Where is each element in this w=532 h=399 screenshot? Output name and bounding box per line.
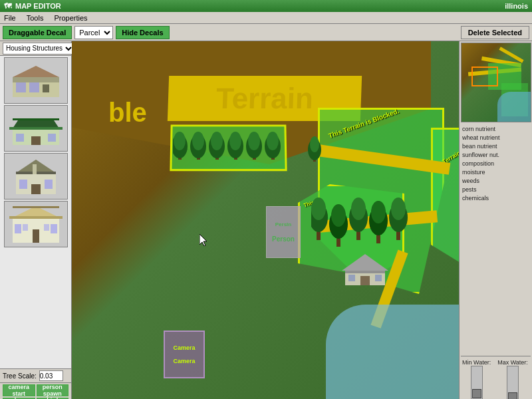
titlebar-title: MAP EDITOR (15, 2, 61, 10)
person-spawn-label-main: Person (272, 235, 295, 243)
svg-point-52 (311, 198, 326, 220)
structure-item-ranch-house[interactable] (4, 105, 68, 152)
max-water-slider[interactable] (507, 366, 519, 399)
svg-rect-53 (336, 237, 340, 247)
structure-list (0, 56, 71, 368)
menu-properties[interactable]: Properties (54, 14, 87, 22)
svg-rect-22 (15, 224, 21, 233)
svg-rect-15 (19, 180, 27, 189)
spawn-row-1: camera start person spawn (3, 384, 68, 396)
svg-point-46 (267, 132, 279, 150)
svg-point-40 (229, 132, 241, 150)
titlebar: 🗺 MAP EDITOR illinois (0, 0, 532, 12)
soil-prop-sunflower[interactable]: sunflower nut. (461, 151, 531, 159)
svg-rect-2 (16, 82, 26, 92)
tree-cluster-3 (311, 174, 411, 262)
structure-item-mansion[interactable] (4, 201, 68, 247)
mobile-home-icon (9, 61, 63, 100)
soil-prop-weeds[interactable]: weeds (461, 177, 531, 185)
min-water-slider[interactable] (471, 366, 483, 399)
soil-prop-pests[interactable]: pests (461, 186, 531, 194)
svg-rect-69 (375, 275, 382, 281)
svg-rect-67 (345, 271, 385, 273)
water-area (326, 305, 459, 399)
soil-prop-wheat[interactable]: wheat nutrient (461, 134, 531, 142)
water-row: Min Water: Max Water: (462, 359, 529, 399)
svg-rect-26 (44, 224, 49, 231)
spawn-buttons: camera start person spawn deer spawn bir… (0, 382, 71, 399)
svg-rect-12 (13, 118, 59, 120)
hide-decals-button[interactable]: Hide Decals (116, 26, 169, 39)
svg-rect-50 (317, 231, 321, 240)
tree-scale-control: Tree Scale: (0, 368, 71, 382)
svg-rect-56 (356, 231, 360, 240)
draggable-decal-button[interactable]: Draggable Decal (3, 26, 72, 39)
soil-prop-moisture[interactable]: moisture (461, 168, 531, 176)
mini-map-water (497, 92, 531, 122)
delete-selected-button[interactable]: Delete Selected (461, 26, 529, 39)
min-water-thumb (472, 389, 481, 398)
svg-rect-68 (348, 275, 355, 281)
tree-scale-input[interactable] (39, 370, 63, 381)
mini-map-viewport-indicator (471, 66, 498, 86)
svg-rect-11 (9, 127, 63, 130)
camera-start-button[interactable]: camera start (3, 384, 35, 396)
svg-point-55 (331, 204, 346, 227)
svg-marker-71 (200, 234, 207, 246)
ranch-house-icon (9, 108, 63, 148)
house-3d (342, 251, 388, 287)
svg-point-49 (310, 136, 319, 152)
svg-point-43 (248, 132, 260, 150)
svg-rect-10 (31, 136, 41, 145)
svg-rect-3 (29, 82, 39, 92)
svg-rect-8 (16, 134, 24, 142)
soil-prop-chemicals[interactable]: chemicals (461, 194, 531, 202)
person-spawn-button[interactable]: person spawn (37, 384, 69, 396)
svg-marker-65 (342, 254, 388, 271)
structure-item-mobile-home[interactable] (4, 57, 68, 104)
max-water-control: Max Water: (497, 359, 528, 399)
tree-cluster-2 (308, 131, 334, 169)
parcel-select[interactable]: Parcel (74, 26, 113, 39)
person-spawn-box: Persln Person (266, 206, 301, 258)
viewport[interactable]: Terrain ble This Terrain is Blocked. Thi… (72, 41, 459, 399)
svg-rect-25 (23, 224, 28, 231)
svg-point-37 (211, 132, 223, 150)
tree-scale-label: Tree Scale: (3, 372, 37, 380)
structures-header: Housing Structures ▼ (0, 41, 71, 56)
main-area: Housing Structures ▼ (0, 41, 532, 399)
soil-prop-corn[interactable]: corn nutrient (461, 125, 531, 133)
svg-point-34 (192, 132, 204, 150)
camera-label-bottom: Camera (173, 358, 195, 364)
menubar: File Tools Properties (0, 12, 532, 24)
svg-rect-28 (13, 206, 59, 208)
camera-label-top: Camera (173, 344, 195, 351)
svg-rect-9 (48, 134, 56, 142)
colonial-house-icon (9, 156, 63, 196)
menu-file[interactable]: File (4, 14, 16, 22)
min-water-control: Min Water: (462, 359, 491, 399)
svg-rect-16 (45, 180, 53, 189)
mini-map[interactable] (461, 43, 531, 122)
menu-tools[interactable]: Tools (27, 14, 44, 22)
structure-item-colonial[interactable] (4, 153, 68, 200)
soil-prop-bean[interactable]: bean nutrient (461, 142, 531, 150)
camera-spawn-box: Camera Camera (164, 331, 205, 378)
soil-prop-composition[interactable]: composition (461, 160, 531, 168)
tree-cluster-1 (173, 126, 283, 170)
svg-rect-62 (396, 231, 400, 240)
parcel-selector-wrapper: Parcel (74, 26, 113, 39)
soil-properties-list: corn nutrient wheat nutrient bean nutrie… (461, 125, 531, 202)
svg-rect-4 (43, 84, 49, 92)
svg-point-64 (391, 198, 406, 220)
svg-marker-5 (13, 66, 59, 77)
svg-point-31 (174, 132, 186, 150)
toolbar: Draggable Decal Parcel Hide Decals Delet… (0, 24, 532, 41)
svg-rect-27 (9, 216, 63, 219)
blocked-label-1: This Terrain is Blocked. (327, 107, 400, 140)
structures-select[interactable]: Housing Structures (3, 43, 74, 55)
svg-point-58 (351, 198, 366, 220)
svg-rect-23 (51, 224, 57, 233)
svg-rect-24 (33, 229, 39, 243)
svg-rect-17 (31, 184, 41, 194)
